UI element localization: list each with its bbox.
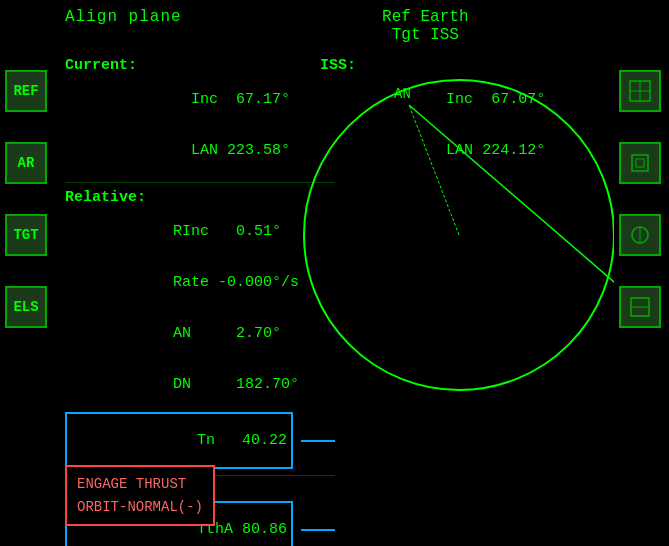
right-btn-4[interactable] bbox=[619, 286, 661, 328]
right-btn-3[interactable] bbox=[619, 214, 661, 256]
right-btn-2[interactable] bbox=[619, 142, 661, 184]
tgt-line: Tgt ISS bbox=[192, 26, 659, 44]
ttha-arrow bbox=[301, 520, 335, 540]
ref-line: Ref Earth bbox=[192, 8, 659, 26]
right-icon-1 bbox=[628, 79, 652, 103]
right-icon-4 bbox=[628, 295, 652, 319]
engage-thrust-button[interactable]: ENGAGE THRUST ORBIT-NORMAL(-) bbox=[65, 465, 215, 526]
header-ref-tgt: Ref Earth Tgt ISS bbox=[192, 8, 659, 44]
right-btn-1[interactable] bbox=[619, 70, 661, 112]
main-container: REF AR TGT ELS Align plane Ref Earth Tgt… bbox=[0, 0, 669, 546]
content-area: Align plane Ref Earth Tgt ISS Current: I… bbox=[55, 0, 669, 546]
current-label: Current: bbox=[65, 57, 290, 74]
tn-highlight: Tn 40.22 bbox=[65, 412, 293, 469]
current-section: Current: Inc 67.17° LAN 223.58° bbox=[65, 57, 290, 176]
svg-line-6 bbox=[409, 105, 459, 235]
right-icon-2 bbox=[628, 151, 652, 175]
tgt-button[interactable]: TGT bbox=[5, 214, 47, 256]
right-sidebar bbox=[614, 0, 669, 546]
orbit-diagram: AN DN bbox=[284, 50, 614, 440]
right-icon-3 bbox=[628, 223, 652, 247]
ar-button[interactable]: AR bbox=[5, 142, 47, 184]
header-title: Align plane bbox=[65, 8, 182, 44]
ref-button[interactable]: REF bbox=[5, 70, 47, 112]
an-diagram-label: AN bbox=[394, 86, 411, 102]
current-lan: LAN 223.58° bbox=[65, 125, 290, 176]
current-inc: Inc 67.17° bbox=[65, 74, 290, 125]
left-sidebar: REF AR TGT ELS bbox=[0, 0, 55, 546]
svg-line-5 bbox=[409, 105, 614, 420]
els-button[interactable]: ELS bbox=[5, 286, 47, 328]
header: Align plane Ref Earth Tgt ISS bbox=[65, 8, 659, 44]
